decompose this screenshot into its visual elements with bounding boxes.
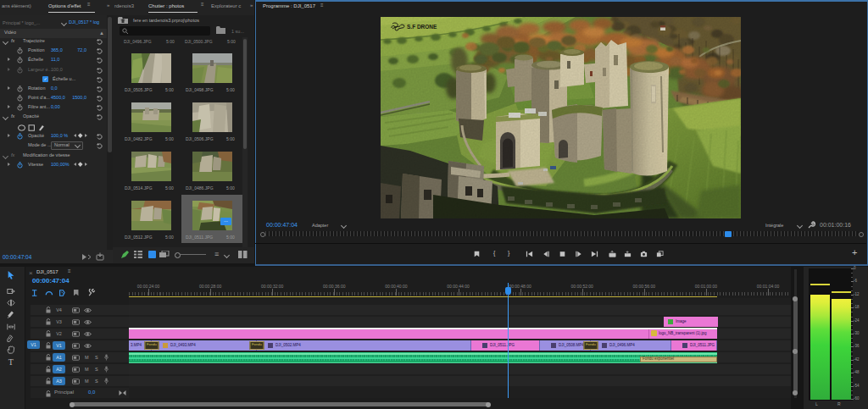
svg-text:S.F DRONE: S.F DRONE — [407, 24, 437, 30]
svg-text:T: T — [8, 357, 14, 366]
